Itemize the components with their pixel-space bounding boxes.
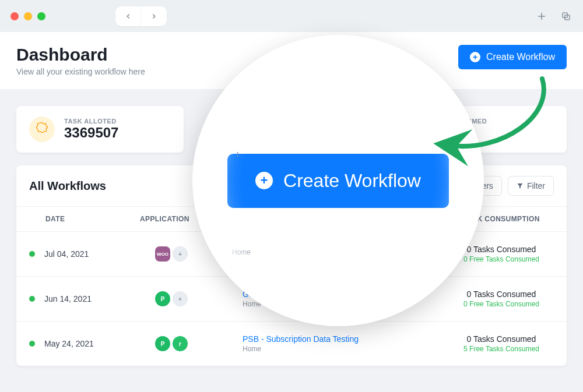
header-left: Dashboard View all your existing workflo… — [16, 45, 145, 76]
zoom-fade-text: t — [237, 150, 238, 158]
app-icon-woo: WOO — [155, 246, 170, 262]
nav-back-button[interactable] — [115, 6, 141, 26]
app-icon-add[interactable]: + — [173, 246, 188, 262]
workflow-name[interactable]: PSB - Subscription Data Testing — [243, 334, 449, 344]
app-icon-p: P — [155, 336, 170, 351]
row-apps: P r — [155, 336, 243, 351]
row-date: Jun 14, 2021 — [44, 294, 155, 303]
new-tab-button[interactable] — [535, 10, 548, 23]
create-workflow-button-zoomed[interactable]: + Create Workflow — [227, 154, 449, 208]
free-tasks-consumed: 5 Free Tasks Consumed — [449, 345, 554, 353]
filter-button[interactable]: Filter — [508, 176, 554, 196]
filter-icon — [517, 182, 524, 189]
create-workflow-label: Create Workflow — [486, 52, 555, 62]
zoom-callout: + Create Workflow t Home — [192, 35, 484, 326]
zoom-fade-text: Home — [232, 248, 251, 256]
badge-icon — [29, 116, 55, 142]
tasks-consumed: 0 Tasks Consumed — [449, 334, 554, 344]
panel-title: All Workflows — [29, 179, 106, 193]
page-title: Dashboard — [16, 45, 145, 65]
zoom-inner: + Create Workflow t Home — [204, 47, 472, 315]
status-dot-active — [29, 251, 35, 257]
filter-label: Filter — [527, 181, 545, 190]
close-window-button[interactable] — [10, 12, 19, 20]
traffic-lights — [10, 12, 45, 20]
window-chrome — [0, 0, 583, 32]
chrome-right-controls — [535, 10, 573, 23]
chevron-left-icon — [124, 12, 132, 20]
row-date: Jul 04, 2021 — [44, 249, 155, 259]
duplicate-window-button[interactable] — [560, 10, 573, 23]
status-dot-active — [29, 341, 35, 347]
row-task-col: 0 Tasks Consumed 5 Free Tasks Consumed — [449, 334, 554, 353]
create-workflow-label-zoomed: Create Workflow — [283, 170, 421, 192]
task-alloted-value: 3369507 — [64, 125, 118, 141]
maximize-window-button[interactable] — [37, 12, 45, 20]
row-apps: P + — [155, 291, 243, 306]
page-subtitle: View all your existing workflow here — [16, 67, 145, 76]
plus-circle-icon: + — [255, 172, 273, 189]
row-name-col: PSB - Subscription Data Testing Home — [243, 334, 449, 353]
stat-text: TASK ALLOTED 3369507 — [64, 118, 118, 141]
status-dot-active — [29, 296, 35, 302]
workflow-sub: Home — [243, 345, 449, 353]
copy-icon — [561, 11, 571, 22]
col-date-header: DATE — [29, 215, 140, 223]
nav-pill — [115, 6, 167, 26]
table-row[interactable]: May 24, 2021 P r PSB - Subscription Data… — [16, 322, 567, 366]
task-alloted-card: TASK ALLOTED 3369507 — [16, 106, 184, 153]
task-alloted-label: TASK ALLOTED — [64, 118, 118, 125]
plus-icon — [536, 10, 547, 22]
row-date: May 24, 2021 — [44, 339, 155, 348]
free-tasks-consumed: 0 Free Tasks Consumed — [449, 300, 554, 308]
create-workflow-button[interactable]: + Create Workflow — [458, 45, 567, 69]
seal-icon — [34, 121, 50, 137]
app-icon-add[interactable]: + — [173, 291, 188, 306]
plus-circle-icon: + — [470, 52, 480, 62]
free-tasks-consumed: 0 Free Tasks Consumed — [449, 255, 554, 263]
app-icon-r: r — [173, 336, 188, 351]
nav-forward-button[interactable] — [141, 6, 167, 26]
minimize-window-button[interactable] — [24, 12, 32, 20]
row-task-col: 0 Tasks Consumed 0 Free Tasks Consumed — [449, 289, 554, 308]
chevron-right-icon — [150, 12, 158, 20]
app-icon-p: P — [155, 291, 170, 306]
tasks-consumed: 0 Tasks Consumed — [449, 289, 554, 299]
